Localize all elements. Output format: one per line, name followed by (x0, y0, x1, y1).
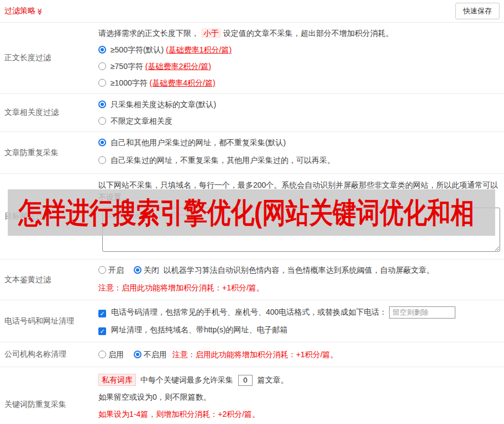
less-than-highlight: 小于 (201, 28, 221, 38)
section-label: 文章防重复采集 (0, 132, 98, 173)
page-title[interactable]: 过滤策略≫ (4, 6, 44, 16)
checkbox-checked-icon[interactable]: ✓ (98, 327, 106, 335)
radio-icon[interactable] (98, 156, 106, 164)
private-thesaurus-chip: 私有词库 (98, 374, 136, 386)
radio-selected-icon[interactable] (98, 100, 106, 108)
fee-note: (基础费率2积分/篇) (145, 62, 211, 71)
url-clean-checkbox[interactable]: ✓ (98, 325, 111, 334)
promo-overlay-band: 怎样进行搜索引擎优化(网站关键词优化和相 (8, 189, 495, 236)
section-length-filter: 正文长度过滤 请选择需求的正文长度下限， 小于 设定值的文章不采集，超出部分不增… (0, 23, 504, 94)
relevance-option-strict[interactable]: 只采集相关度达标的文章(默认) (98, 99, 501, 110)
section-label: 文章相关度过滤 (0, 94, 98, 131)
section-company-clean: 公司机构名称清理 启用 不启用 注意：启用此功能将增加积分消耗：+1积分/篇。 (0, 342, 504, 367)
porn-filter-on-option[interactable]: 开启 (98, 266, 126, 274)
radio-selected-icon[interactable] (134, 351, 141, 358)
chevron-double-down-icon: ≫ (36, 8, 44, 15)
radio-selected-icon[interactable] (134, 266, 141, 274)
page-title-text: 过滤策略 (4, 6, 35, 15)
check-icon: ✓ (99, 310, 104, 317)
section-phone-url-clean: 电话号码和网址清理 ✓ 电话号码清理，包括常见的手机号、座机号、400电话格式，… (0, 300, 504, 342)
radio-icon[interactable] (98, 266, 106, 274)
keyword-note-cost: 如果设为1-4篇，则增加积分消耗：+2积分/篇。 (98, 409, 501, 420)
section-label: 正文长度过滤 (0, 23, 98, 93)
radio-selected-icon[interactable] (98, 46, 106, 54)
radio-icon[interactable] (98, 62, 106, 70)
url-clean-text: 网址清理，包括纯域名、带http(s)的网址、电子邮箱 (111, 325, 288, 334)
section-relevance-filter: 文章相关度过滤 只采集相关度达标的文章(默认) 不限定文章相关度 (0, 94, 504, 132)
section-label: 关键词防重复采集 (0, 367, 98, 424)
company-clean-note: 注意：启用此功能将增加积分消耗：+1积分/篇。 (172, 350, 338, 359)
replacement-phone-input[interactable] (389, 306, 455, 319)
dedupe-option-own[interactable]: 自己采集过的网址，不重复采集，其他用户采集过的，可以再采。 (98, 155, 501, 166)
porn-filter-off-option[interactable]: 关闭 (134, 266, 161, 274)
promo-overlay-text: 怎样进行搜索引擎优化(网站关键词优化和相 (8, 198, 474, 227)
section-dedupe: 文章防重复采集 自己和其他用户采集过的网址，都不重复采集(默认) 自己采集过的网… (0, 132, 504, 174)
porn-filter-desc: 以机器学习算法自动识别色情内容，当色情概率达到系统阈值，自动屏蔽文章。 (164, 266, 434, 274)
length-option-1000[interactable]: ≥1000字符 (基础费率4积分/篇) (98, 77, 501, 88)
company-clean-off-option[interactable]: 不启用 (134, 350, 169, 359)
radio-icon[interactable] (98, 79, 106, 87)
keyword-note-zero: 如果留空或设为0，则不限篇数。 (98, 391, 501, 402)
checkbox-checked-icon[interactable]: ✓ (98, 310, 106, 317)
length-option-750[interactable]: ≥750字符 (基础费率2积分/篇) (98, 61, 501, 72)
quick-save-button[interactable]: 快速保存 (455, 3, 500, 19)
length-intro: 请选择需求的正文长度下限， 小于 设定值的文章不采集，超出部分不增加积分消耗。 (98, 28, 501, 39)
radio-icon[interactable] (98, 117, 106, 125)
fee-note: (基础费率1积分/篇) (166, 45, 232, 54)
phone-clean-checkbox[interactable]: ✓ (98, 308, 111, 316)
keyword-count-input[interactable] (238, 375, 253, 386)
relevance-option-any[interactable]: 不限定文章相关度 (98, 115, 501, 126)
dedupe-option-all[interactable]: 自己和其他用户采集过的网址，都不重复采集(默认) (98, 137, 501, 148)
porn-filter-note: 注意：启用此功能将增加积分消耗：+1积分/篇。 (98, 282, 501, 293)
section-label: 公司机构名称清理 (0, 342, 98, 367)
phone-clean-text: 电话号码清理，包括常见的手机号、座机号、400电话格式，或替换成如下电话： (111, 308, 387, 316)
length-option-500[interactable]: ≥500字符(默认) (基础费率1积分/篇) (98, 44, 501, 55)
section-label: 电话号码和网址清理 (0, 300, 98, 342)
radio-icon[interactable] (98, 351, 106, 358)
top-toolbar: 过滤策略≫ 快速保存 (0, 0, 504, 23)
section-keyword-dedupe: 关键词防重复采集 私有词库 中每个关键词最多允许采集 篇文章。 如果留空或设为0… (0, 367, 504, 424)
fee-note: (基础费率4积分/篇) (150, 78, 216, 87)
section-porn-filter: 文本鉴黄过滤 开启 关闭 以机器学习算法自动识别色情内容，当色情概率达到系统阈值… (0, 259, 504, 300)
radio-selected-icon[interactable] (98, 139, 106, 146)
check-icon: ✓ (99, 328, 104, 335)
section-label: 文本鉴黄过滤 (0, 259, 98, 300)
company-clean-on-option[interactable]: 启用 (98, 350, 126, 359)
